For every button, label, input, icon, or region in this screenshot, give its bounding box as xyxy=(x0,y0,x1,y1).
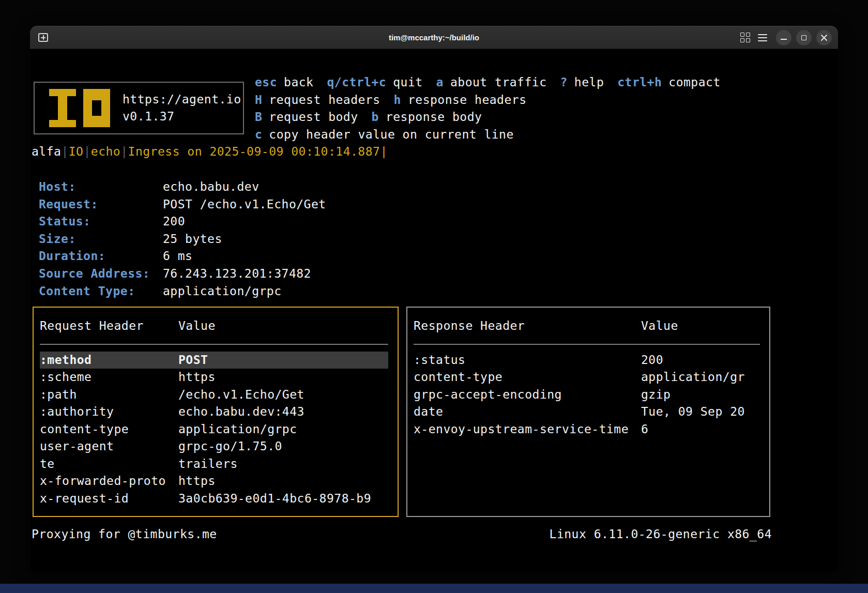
status-bar: Proxying for @timburks.me Linux 6.11.0-2… xyxy=(32,526,772,543)
shortcut-line: ccopy header value on current line xyxy=(255,126,721,144)
header-name: x-forwarded-proto xyxy=(40,473,178,490)
shortcut-key: H xyxy=(255,93,262,107)
summary-row: Request:POST /echo.v1.Echo/Get xyxy=(39,196,326,214)
header-value: trailers xyxy=(178,455,388,473)
summary-value: echo.babu.dev xyxy=(163,178,260,196)
shortcut-desc: compact xyxy=(668,75,720,89)
shortcut-line: escbackq/ctrl+cquitaabout traffic?helpct… xyxy=(255,74,721,92)
breadcrumb-separator: | xyxy=(120,145,128,158)
summary-row: Content Type:application/grpc xyxy=(39,283,326,300)
minimize-button[interactable] xyxy=(776,30,791,45)
column-header-value: Value xyxy=(178,317,216,335)
request-header-rows: :methodPOST :schemehttps :path/echo.v1.E… xyxy=(34,352,398,508)
breadcrumb-segment: alfa xyxy=(32,145,61,158)
terminal-content: https://agent.io v0.1.37 escbackq/ctrl+c… xyxy=(30,49,838,571)
summary-label: Request: xyxy=(39,196,163,214)
header-name: x-envoy-upstream-service-time xyxy=(414,421,641,438)
column-header-value: Value xyxy=(641,317,678,335)
maximize-button[interactable] xyxy=(796,30,812,45)
header-separator xyxy=(414,344,760,345)
request-summary: Host:echo.babu.dev Request:POST /echo.v1… xyxy=(39,178,326,300)
shortcut-desc: request body xyxy=(269,110,358,124)
response-panel-header: Response Header Value xyxy=(414,317,760,335)
response-headers-panel[interactable]: Response Header Value :status200 content… xyxy=(406,307,770,517)
column-header-name: Response Header xyxy=(414,317,641,335)
header-row[interactable]: x-forwarded-protohttps xyxy=(40,473,388,490)
header-row[interactable]: :status200 xyxy=(414,352,760,369)
header-row[interactable]: x-envoy-upstream-service-time6 xyxy=(414,421,760,438)
header-name: date xyxy=(414,403,641,421)
summary-row: Duration:6 ms xyxy=(39,248,326,265)
tab-overview-icon[interactable] xyxy=(740,33,750,42)
header-row[interactable]: tetrailers xyxy=(40,455,388,473)
proxy-status-text: Proxying for @timburks.me xyxy=(32,526,217,543)
header-value: echo.babu.dev:443 xyxy=(178,403,388,421)
io-logo-icon xyxy=(49,89,110,127)
summary-value: 200 xyxy=(163,213,185,231)
header-name: content-type xyxy=(40,421,178,438)
header-name: grpc-accept-encoding xyxy=(414,386,641,404)
header-row[interactable]: :path/echo.v1.Echo/Get xyxy=(40,386,388,404)
shortcut-key: b xyxy=(372,110,379,124)
header-row[interactable]: :methodPOST xyxy=(40,352,388,369)
request-headers-panel[interactable]: Request Header Value :methodPOST :scheme… xyxy=(33,307,399,517)
shortcut-line: Hrequest headershresponse headers xyxy=(255,92,721,109)
summary-row: Host:echo.babu.dev xyxy=(39,178,326,196)
column-header-name: Request Header xyxy=(40,317,178,335)
breadcrumb-separator: | xyxy=(83,145,90,158)
shortcut-help: escbackq/ctrl+cquitaabout traffic?helpct… xyxy=(255,74,721,143)
header-value: Tue, 09 Sep 20 xyxy=(641,403,760,421)
breadcrumb: alfa|IO|echo|Ingress on 2025-09-09 00:10… xyxy=(32,143,388,161)
summary-value: 6 ms xyxy=(163,248,192,265)
summary-row: Source Address:76.243.123.201:37482 xyxy=(39,265,326,283)
header-row[interactable]: content-typeapplication/grpc xyxy=(40,421,388,438)
header-value: https xyxy=(178,369,388,386)
shortcut-key: ? xyxy=(560,75,567,89)
header-row[interactable]: :authorityecho.babu.dev:443 xyxy=(40,403,388,421)
close-button[interactable] xyxy=(816,30,832,45)
header-row[interactable]: :schemehttps xyxy=(40,369,388,386)
header-value: 6 xyxy=(641,421,760,438)
menu-icon[interactable] xyxy=(758,34,767,41)
header-row[interactable]: dateTue, 09 Sep 20 xyxy=(414,403,760,421)
system-info-text: Linux 6.11.0-26-generic x86_64 xyxy=(550,526,772,543)
header-value: 200 xyxy=(641,352,760,369)
header-name: :status xyxy=(414,352,641,369)
header-name: :scheme xyxy=(40,369,178,386)
shortcut-key: a xyxy=(436,75,444,89)
summary-value: 25 bytes xyxy=(163,231,222,248)
minimize-icon xyxy=(781,39,787,40)
header-value: POST xyxy=(178,352,388,369)
summary-label: Status: xyxy=(39,213,163,231)
header-row[interactable]: grpc-accept-encodinggzip xyxy=(414,386,760,404)
shortcut-desc: about traffic xyxy=(450,75,547,89)
header-name: :path xyxy=(40,386,178,404)
shortcut-line: Brequest bodybresponse body xyxy=(255,109,721,126)
app-logo-box: https://agent.io v0.1.37 xyxy=(34,82,244,134)
response-header-rows: :status200 content-typeapplication/gr gr… xyxy=(407,352,769,438)
header-row[interactable]: user-agentgrpc-go/1.75.0 xyxy=(40,438,388,455)
header-value: application/grpc xyxy=(178,421,388,438)
breadcrumb-segment: IO xyxy=(69,145,84,158)
header-row[interactable]: x-request-id3a0cb639-e0d1-4bc6-8978-b9 xyxy=(40,490,388,508)
shortcut-desc: back xyxy=(284,75,313,89)
breadcrumb-segment: echo xyxy=(91,145,120,158)
header-name: :method xyxy=(40,352,178,369)
header-row[interactable]: content-typeapplication/gr xyxy=(414,369,760,386)
shortcut-desc: request headers xyxy=(269,93,380,107)
titlebar[interactable]: tim@mccarthy:~/build/io xyxy=(30,26,838,49)
header-value: /echo.v1.Echo/Get xyxy=(178,386,388,404)
shortcut-key: q/ctrl+c xyxy=(327,75,386,89)
app-version: v0.1.37 xyxy=(123,108,241,126)
shortcut-desc: response body xyxy=(386,110,482,124)
summary-label: Content Type: xyxy=(39,283,163,300)
summary-label: Size: xyxy=(39,231,163,248)
request-panel-header: Request Header Value xyxy=(40,317,388,335)
window-title: tim@mccarthy:~/build/io xyxy=(30,26,838,49)
summary-label: Host: xyxy=(39,178,163,196)
shortcut-desc: quit xyxy=(393,75,422,89)
shortcut-key: c xyxy=(255,128,262,141)
shortcut-key: ctrl+h xyxy=(617,75,662,89)
shortcut-desc: response headers xyxy=(408,93,527,107)
summary-value: application/grpc xyxy=(163,283,282,300)
